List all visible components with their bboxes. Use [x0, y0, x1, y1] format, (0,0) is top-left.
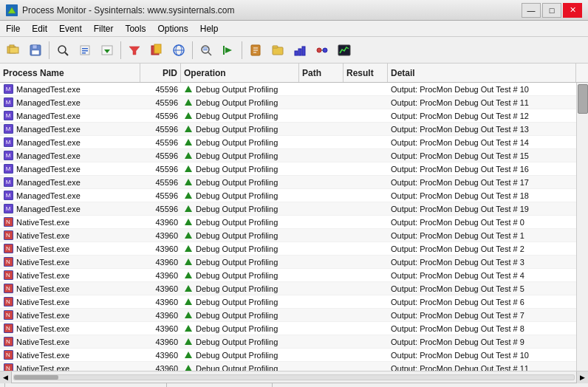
menu-event[interactable]: Event [53, 21, 88, 36]
table-scroll-container[interactable]: M ManagedTest.exe 45596 Debug Output Pro… [0, 83, 588, 371]
table-row[interactable]: M ManagedTest.exe 45596 Debug Output Pro… [0, 202, 576, 216]
cell-operation: Debug Output Profiling [181, 189, 299, 202]
cell-process: M ManagedTest.exe [0, 149, 140, 162]
table-row[interactable]: M ManagedTest.exe 45596 Debug Output Pro… [0, 162, 576, 176]
column-header-detail[interactable]: Detail [388, 64, 576, 82]
autoscroll-button[interactable] [97, 40, 117, 61]
table-row[interactable]: N NativeTest.exe 43960 Debug Output Prof… [0, 256, 576, 269]
find-button[interactable] [196, 40, 216, 61]
process-icon-img: N [4, 323, 13, 333]
menu-options[interactable]: Options [151, 21, 194, 36]
open-button[interactable] [3, 40, 24, 61]
process-button[interactable] [312, 40, 332, 61]
network2-button[interactable] [290, 40, 310, 61]
table-row[interactable]: M ManagedTest.exe 45596 Debug Output Pro… [0, 136, 576, 149]
cell-detail: Output: ProcMon Debug Out Test # 10 [388, 349, 576, 361]
column-header-pid[interactable]: PID [140, 64, 181, 82]
cell-result [343, 136, 388, 148]
minimize-button[interactable]: — [522, 3, 541, 18]
table-row[interactable]: M ManagedTest.exe 45596 Debug Output Pro… [0, 149, 576, 162]
close-button[interactable]: ✕ [563, 3, 582, 18]
cell-operation: Debug Output Profiling [181, 295, 299, 308]
table-row[interactable]: N NativeTest.exe 43960 Debug Output Prof… [0, 335, 576, 349]
svg-rect-33 [273, 46, 278, 48]
hscroll-track[interactable] [13, 374, 575, 380]
cell-path [299, 322, 343, 335]
jump-button[interactable] [218, 40, 239, 61]
filesystem-button[interactable] [267, 40, 288, 61]
cell-result [343, 229, 388, 242]
table-row[interactable]: M ManagedTest.exe 45596 Debug Output Pro… [0, 123, 576, 136]
table-row[interactable]: N NativeTest.exe 43960 Debug Output Prof… [0, 349, 576, 362]
column-header-path[interactable]: Path [299, 64, 343, 82]
process-name: ManagedTest.exe [16, 191, 81, 200]
cell-operation: Debug Output Profiling [181, 282, 299, 295]
process-icon-img: N [4, 350, 13, 360]
table-row[interactable]: N NativeTest.exe 43960 Debug Output Prof… [0, 322, 576, 335]
cell-process: N NativeTest.exe [0, 229, 140, 242]
cell-result [343, 282, 388, 295]
hscroll-right-button[interactable]: ▶ [576, 371, 588, 383]
operation-triangle-icon [185, 245, 192, 252]
network-button[interactable] [168, 40, 189, 61]
profiling-button[interactable] [334, 40, 355, 61]
table-row[interactable]: N NativeTest.exe 43960 Debug Output Prof… [0, 282, 576, 295]
horizontal-scroll-bar[interactable]: ◀ ▶ [0, 371, 588, 383]
table-row[interactable]: N NativeTest.exe 43960 Debug Output Prof… [0, 295, 576, 309]
menu-file[interactable]: File [0, 21, 26, 36]
menu-filter[interactable]: Filter [88, 21, 120, 36]
filter-button[interactable] [124, 40, 145, 61]
operation-text: Debug Output Profiling [196, 138, 278, 147]
process-icon: N [3, 284, 13, 294]
cell-operation: Debug Output Profiling [181, 216, 299, 228]
registry-button[interactable] [245, 40, 266, 61]
operation-text: Debug Output Profiling [196, 271, 278, 280]
hscroll-thumb[interactable] [14, 375, 58, 380]
table-row[interactable]: M ManagedTest.exe 45596 Debug Output Pro… [0, 83, 576, 96]
column-header-process[interactable]: Process Name [0, 64, 140, 82]
operation-icon [184, 191, 193, 200]
process-icon-img: N [4, 310, 13, 320]
table-row[interactable]: N NativeTest.exe 43960 Debug Output Prof… [0, 242, 576, 256]
save-button[interactable] [25, 40, 46, 61]
highlight2-button[interactable] [146, 40, 167, 61]
table-row[interactable]: N NativeTest.exe 43960 Debug Output Prof… [0, 269, 576, 282]
cell-process: N NativeTest.exe [0, 242, 140, 255]
operation-triangle-icon [185, 285, 192, 292]
table-row[interactable]: M ManagedTest.exe 45596 Debug Output Pro… [0, 109, 576, 123]
operation-text: Debug Output Profiling [196, 351, 278, 360]
maximize-button[interactable]: □ [542, 3, 561, 18]
table-row[interactable]: M ManagedTest.exe 45596 Debug Output Pro… [0, 96, 576, 109]
menu-tools[interactable]: Tools [119, 21, 151, 36]
scroll-thumb[interactable] [578, 84, 588, 114]
cell-detail: Output: ProcMon Debug Out Test # 4 [388, 269, 576, 281]
cell-path [299, 256, 343, 268]
process-icon: M [3, 84, 13, 95]
operation-triangle-icon [185, 338, 192, 345]
table-row[interactable]: N NativeTest.exe 43960 Debug Output Prof… [0, 309, 576, 322]
table-row[interactable]: M ManagedTest.exe 45596 Debug Output Pro… [0, 189, 576, 202]
menu-edit[interactable]: Edit [26, 21, 53, 36]
cell-path [299, 216, 343, 228]
hscroll-left-button[interactable]: ◀ [0, 371, 12, 383]
vertical-scrollbar[interactable] [576, 83, 588, 371]
table-row[interactable]: M ManagedTest.exe 45596 Debug Output Pro… [0, 176, 576, 189]
process-name: ManagedTest.exe [16, 151, 81, 160]
table-row[interactable]: N NativeTest.exe 43960 Debug Output Prof… [0, 229, 576, 242]
table-row[interactable]: N NativeTest.exe 43960 Debug Output Prof… [0, 362, 576, 371]
table-scroll-inner[interactable]: M ManagedTest.exe 45596 Debug Output Pro… [0, 83, 576, 371]
table-row[interactable]: N NativeTest.exe 43960 Debug Output Prof… [0, 216, 576, 229]
cell-operation: Debug Output Profiling [181, 162, 299, 175]
cell-result [343, 96, 388, 109]
menu-help[interactable]: Help [194, 21, 225, 36]
process-name: ManagedTest.exe [16, 138, 81, 147]
cell-process: N NativeTest.exe [0, 335, 140, 348]
svg-rect-6 [33, 45, 37, 49]
highlight-button[interactable] [75, 40, 95, 61]
column-header-result[interactable]: Result [343, 64, 388, 82]
column-header-operation[interactable]: Operation [181, 64, 299, 82]
magnify-button[interactable] [52, 40, 73, 61]
cell-process: M ManagedTest.exe [0, 189, 140, 202]
process-icon-img: N [4, 337, 13, 346]
cell-pid: 43960 [140, 335, 181, 348]
